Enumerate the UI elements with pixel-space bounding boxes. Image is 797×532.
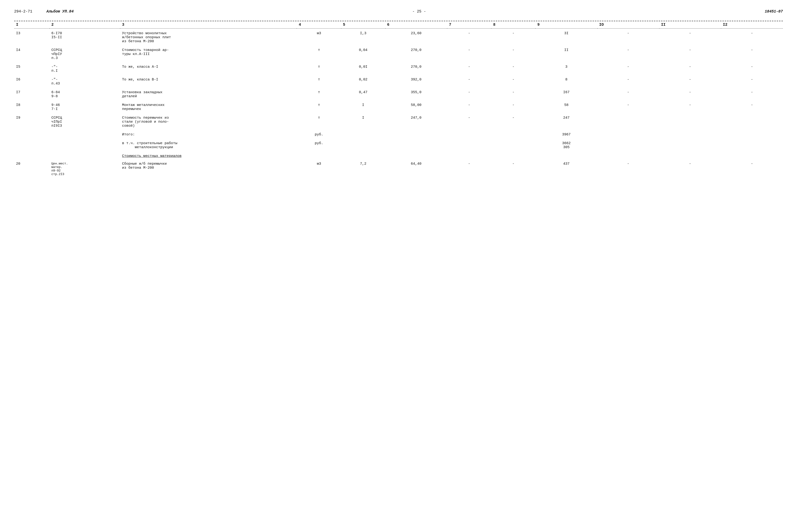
row-description: Сборные ж/б перемычкииз бетона М-200 bbox=[120, 161, 297, 177]
row-col6: 270,0 bbox=[385, 64, 447, 74]
table-row-including: в т.ч. строительные работы металлоконстр… bbox=[14, 140, 783, 150]
row-description: Итого: bbox=[120, 132, 297, 137]
row-col6 bbox=[385, 153, 447, 159]
col-header-12: I2 bbox=[721, 21, 783, 28]
row-col11: - bbox=[659, 31, 721, 44]
table-row bbox=[14, 112, 783, 115]
row-col11: - bbox=[659, 102, 721, 112]
row-unit: т bbox=[297, 115, 341, 129]
row-description: Устройство монолитныхж/бетонных опорных … bbox=[120, 31, 297, 44]
row-col11 bbox=[659, 132, 721, 137]
row-col6 bbox=[385, 132, 447, 137]
row-ref: -"- п.43 bbox=[50, 77, 120, 87]
row-col9: II bbox=[535, 47, 597, 61]
col-header-5: 5 bbox=[341, 21, 385, 28]
row-description: Стоимость перемычек изстали (угловой и п… bbox=[120, 115, 297, 129]
row-col6: 247,0 bbox=[385, 115, 447, 129]
row-id: I3 bbox=[14, 31, 50, 44]
row-col10: - bbox=[597, 77, 659, 87]
row-col11 bbox=[659, 140, 721, 150]
column-header-row: I 2 3 4 5 6 7 8 9 IO II I2 bbox=[14, 21, 783, 28]
row-ref: 6-84 9-8 bbox=[50, 90, 120, 99]
row-description: То же, класса В-I bbox=[120, 77, 297, 87]
row-col9: 8 bbox=[535, 77, 597, 87]
table-row bbox=[14, 129, 783, 132]
table-row bbox=[14, 87, 783, 90]
row-unit: м3 bbox=[297, 161, 341, 177]
row-col5: 0,04 bbox=[341, 47, 385, 61]
row-col10 bbox=[597, 115, 659, 129]
row-col10: - bbox=[597, 64, 659, 74]
row-description: Стоимость местных материалов bbox=[120, 153, 297, 159]
row-col7: - bbox=[447, 31, 491, 44]
row-ref: ССРСЦ чПрIУ п.3 bbox=[50, 47, 120, 61]
row-col8: - bbox=[491, 161, 535, 177]
row-col6: 23,60 bbox=[385, 31, 447, 44]
row-col11: - bbox=[659, 161, 721, 177]
row-col5: 7,2 bbox=[341, 161, 385, 177]
row-description: Стоимость товарной ар-туры кл.А-III bbox=[120, 47, 297, 61]
main-table: I 2 3 4 5 6 7 8 9 IO II I2 I3 6-I70 I5-I… bbox=[14, 21, 783, 177]
row-unit: т bbox=[297, 102, 341, 112]
row-col8 bbox=[491, 153, 535, 159]
row-col5: 0,02 bbox=[341, 77, 385, 87]
row-col11: - bbox=[659, 64, 721, 74]
main-table-container: I 2 3 4 5 6 7 8 9 IO II I2 I3 6-I70 I5-I… bbox=[14, 21, 783, 177]
row-col12: - bbox=[721, 47, 783, 61]
table-row: I6 -"- п.43 То же, класса В-I т 0,02 392… bbox=[14, 77, 783, 87]
row-col6: 392,0 bbox=[385, 77, 447, 87]
row-col10 bbox=[597, 153, 659, 159]
table-row: I4 ССРСЦ чПрIУ п.3 Стоимость товарной ар… bbox=[14, 47, 783, 61]
table-row bbox=[14, 150, 783, 153]
row-col5 bbox=[341, 153, 385, 159]
row-col12 bbox=[721, 115, 783, 129]
row-description: Монтаж металлическихперемычек bbox=[120, 102, 297, 112]
row-col11: - bbox=[659, 90, 721, 99]
row-col7: - bbox=[447, 90, 491, 99]
row-unit: т bbox=[297, 64, 341, 74]
row-col9: 437 bbox=[535, 161, 597, 177]
table-row bbox=[14, 99, 783, 102]
row-col6: 64,40 bbox=[385, 161, 447, 177]
row-col5: 0,47 bbox=[341, 90, 385, 99]
row-col7: - bbox=[447, 77, 491, 87]
row-id bbox=[14, 132, 50, 137]
row-unit: т bbox=[297, 77, 341, 87]
row-col12: - bbox=[721, 102, 783, 112]
table-row: I9 ССРСЦ чIПрI пI9I3 Стоимость перемычек… bbox=[14, 115, 783, 129]
row-id: I9 bbox=[14, 115, 50, 129]
row-col5 bbox=[341, 140, 385, 150]
local-materials-label: Стоимость местных материалов bbox=[122, 154, 182, 158]
row-col7: - bbox=[447, 64, 491, 74]
col-header-11: II bbox=[659, 21, 721, 28]
row-col9: 3967 bbox=[535, 132, 597, 137]
table-row-local-materials: Стоимость местных материалов bbox=[14, 153, 783, 159]
row-col8 bbox=[491, 132, 535, 137]
table-row bbox=[14, 137, 783, 140]
row-description: То же, класса А-I bbox=[120, 64, 297, 74]
row-col7 bbox=[447, 153, 491, 159]
row-ref bbox=[50, 140, 120, 150]
row-col10: - bbox=[597, 31, 659, 44]
row-col12 bbox=[721, 132, 783, 137]
row-col7: - bbox=[447, 115, 491, 129]
row-col10: - bbox=[597, 47, 659, 61]
row-id: I8 bbox=[14, 102, 50, 112]
row-col5 bbox=[341, 132, 385, 137]
row-ref: Цен.мест. матер. п9-92 стр.2I3 bbox=[50, 161, 120, 177]
row-col12 bbox=[721, 140, 783, 150]
row-col9: 3I bbox=[535, 31, 597, 44]
row-col7 bbox=[447, 132, 491, 137]
row-col6: 355,0 bbox=[385, 90, 447, 99]
row-id bbox=[14, 153, 50, 159]
row-col8: - bbox=[491, 64, 535, 74]
row-col10 bbox=[597, 140, 659, 150]
row-ref bbox=[50, 132, 120, 137]
row-id bbox=[14, 140, 50, 150]
row-col12: - bbox=[721, 90, 783, 99]
row-col11 bbox=[659, 115, 721, 129]
row-col9: I67 bbox=[535, 90, 597, 99]
row-col7 bbox=[447, 140, 491, 150]
row-id: I4 bbox=[14, 47, 50, 61]
row-col11 bbox=[659, 153, 721, 159]
